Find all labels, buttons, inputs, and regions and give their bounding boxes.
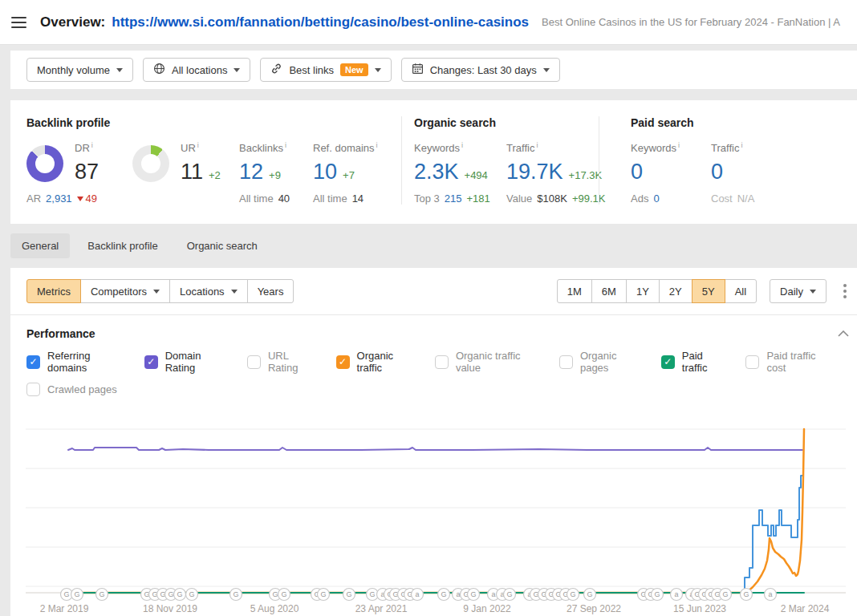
keywords-value[interactable]: 2.3K: [414, 160, 459, 184]
top3-value[interactable]: 215: [445, 192, 462, 205]
alltime-value[interactable]: 14: [352, 192, 364, 205]
ar-value[interactable]: 2,931: [46, 192, 72, 205]
info-icon[interactable]: i: [91, 141, 93, 149]
range-5y-button[interactable]: 5Y: [692, 279, 725, 303]
ur-donut: [132, 145, 169, 182]
info-icon[interactable]: i: [285, 141, 286, 149]
checkbox-icon: ✓: [247, 355, 261, 369]
competitors-dropdown[interactable]: Competitors: [80, 279, 170, 303]
checkbox-domain-rating[interactable]: ✓Domain Rating: [144, 350, 226, 374]
checkbox-url-rating[interactable]: ✓URL Rating: [247, 350, 315, 374]
locations-dropdown[interactable]: All locations: [143, 58, 250, 82]
performance-chart-svg[interactable]: GGGGGGGGGGGGGGGGaGGGGaGaGGaaGaGGGGGGGGGG…: [26, 411, 846, 616]
volume-dropdown[interactable]: Monthly volume: [26, 58, 133, 82]
range-all-button[interactable]: All: [725, 279, 757, 303]
keywords-label: Keywords: [414, 142, 460, 154]
ur-change: +2: [209, 169, 221, 181]
ur-value: 11: [181, 160, 203, 184]
info-icon[interactable]: i: [197, 141, 199, 149]
traffic-value[interactable]: 19.7K: [506, 160, 563, 184]
info-icon[interactable]: i: [678, 141, 680, 149]
info-icon[interactable]: i: [536, 141, 538, 149]
best-links-dropdown-label: Best links: [289, 64, 334, 76]
cost-value: N/A: [737, 192, 755, 205]
ads-value[interactable]: 0: [653, 192, 659, 205]
performance-header: Performance: [10, 315, 857, 343]
performance-chart[interactable]: GGGGGGGGGGGGGGGGaGGGGaGaGGaaGaGGGGGGGGGG…: [10, 405, 857, 616]
tab-organic-search[interactable]: Organic search: [176, 233, 269, 258]
traffic-label: Traffic: [506, 142, 534, 154]
paid-keywords-value[interactable]: 0: [631, 160, 643, 184]
chevron-down-icon: [231, 290, 238, 294]
range-2y-button[interactable]: 2Y: [659, 279, 693, 303]
new-badge: New: [340, 63, 368, 76]
ur-label: UR: [181, 142, 196, 154]
metrics-overview: Backlink profile DRi 87 AR 2,931 49: [10, 100, 857, 224]
overview-label: Overview:: [40, 14, 105, 30]
chevron-down-icon: [543, 68, 550, 72]
dr-label: DR: [75, 142, 90, 154]
svg-text:G: G: [189, 590, 194, 598]
paid-traffic-value[interactable]: 0: [711, 160, 723, 184]
checkbox-organic-traffic[interactable]: ✓Organic traffic: [336, 350, 414, 374]
chart-toolbar: Metrics Competitors Locations Years 1M 6…: [10, 268, 857, 315]
paid-traffic-metric: Traffici 0 CostN/A: [711, 141, 791, 205]
changes-dropdown-label: Changes: Last 30 days: [430, 64, 537, 76]
backlink-profile-section: Backlink profile DRi 87 AR 2,931 49: [26, 116, 397, 205]
svg-text:G: G: [168, 590, 173, 598]
chevron-down-icon: [234, 68, 240, 72]
metric-toggles: ✓Referring domains ✓Domain Rating ✓URL R…: [10, 343, 857, 396]
metrics-button[interactable]: Metrics: [26, 279, 81, 303]
chevron-down-icon: [153, 290, 160, 294]
chevron-down-icon: [810, 290, 816, 294]
keywords-change: +494: [465, 169, 488, 181]
info-icon[interactable]: i: [461, 141, 463, 149]
view-button-group: Metrics Competitors Locations Years: [26, 279, 294, 303]
granularity-dropdown[interactable]: Daily: [770, 279, 827, 303]
svg-text:G: G: [570, 590, 575, 598]
svg-text:G: G: [743, 590, 749, 598]
checkbox-organic-traffic-value[interactable]: ✓Organic traffic value: [435, 350, 538, 374]
info-icon[interactable]: i: [741, 141, 742, 149]
range-1y-button[interactable]: 1Y: [626, 279, 660, 303]
ar-change: 49: [77, 192, 97, 205]
alltime-label: All time: [313, 192, 347, 205]
checkbox-paid-traffic[interactable]: ✓Paid traffic: [661, 350, 725, 374]
ref-domains-value[interactable]: 10: [313, 160, 337, 184]
chevron-up-icon[interactable]: [838, 330, 849, 337]
target-url-link[interactable]: https://www.si.com/fannation/betting/cas…: [112, 14, 529, 30]
hamburger-menu-icon[interactable]: [11, 14, 26, 31]
backlinks-value[interactable]: 12: [239, 160, 263, 184]
section-tabs: General Backlink profile Organic search: [10, 233, 857, 258]
info-icon[interactable]: i: [376, 141, 378, 149]
checkbox-referring-domains[interactable]: ✓Referring domains: [26, 350, 124, 374]
svg-text:G: G: [177, 590, 182, 598]
checkbox-crawled-pages[interactable]: ✓Crawled pages: [26, 383, 117, 396]
tab-backlink-profile[interactable]: Backlink profile: [76, 233, 169, 258]
tab-general[interactable]: General: [10, 233, 70, 258]
checkbox-organic-pages[interactable]: ✓Organic pages: [559, 350, 640, 374]
best-links-dropdown[interactable]: Best links New: [260, 58, 391, 82]
performance-title: Performance: [26, 327, 95, 340]
ref-domains-label: Ref. domains: [313, 142, 375, 154]
svg-text:G: G: [346, 590, 351, 598]
arrow-down-icon: [77, 197, 83, 201]
svg-text:G: G: [470, 590, 476, 598]
alltime-value[interactable]: 40: [278, 192, 290, 205]
ref-domains-metric: Ref. domainsi 10+7 All time14: [313, 141, 397, 205]
svg-text:2 Mar 2019: 2 Mar 2019: [40, 603, 89, 614]
range-6m-button[interactable]: 6M: [591, 279, 627, 303]
performance-card: Metrics Competitors Locations Years 1M 6…: [10, 268, 857, 616]
changes-dropdown[interactable]: Changes: Last 30 days: [401, 58, 560, 82]
range-1m-button[interactable]: 1M: [557, 279, 592, 303]
more-options-icon[interactable]: [839, 280, 851, 302]
organic-keywords-metric: Keywordsi 2.3K+494 Top 3215+181: [414, 141, 506, 205]
ads-label: Ads: [631, 192, 648, 205]
keywords-label: Keywords: [631, 142, 676, 154]
checkbox-paid-traffic-cost[interactable]: ✓Paid traffic cost: [745, 350, 830, 374]
locations-filter-dropdown[interactable]: Locations: [169, 279, 248, 303]
years-button[interactable]: Years: [247, 279, 294, 303]
paid-search-section: Paid search Keywordsi 0 Ads0 Traffici 0 …: [631, 116, 791, 205]
checkbox-icon: ✓: [336, 355, 350, 369]
alltime-label: All time: [239, 192, 274, 205]
